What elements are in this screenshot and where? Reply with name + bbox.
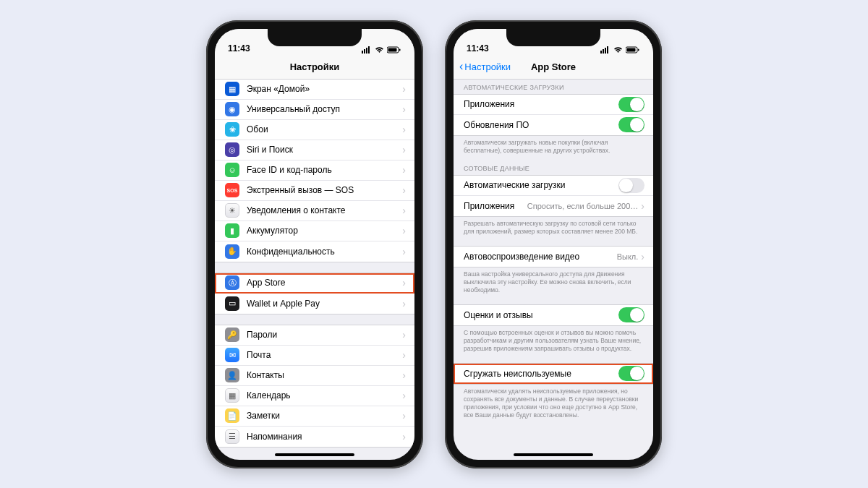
settings-row-wallpaper[interactable]: ❀Обои› — [215, 120, 414, 140]
settings-row-reminders[interactable]: ☰Напоминания› — [215, 427, 414, 447]
screen-left: 11:43 Настройки ▦Экран «Домой»›◉Универса… — [215, 29, 414, 460]
svg-rect-10 — [607, 46, 608, 53]
chevron-right-icon: › — [402, 390, 406, 401]
settings-row-faceid[interactable]: ☺Face ID и код-пароль› — [215, 160, 414, 181]
home-indicator — [514, 453, 593, 456]
battery-icon: ▮ — [225, 223, 239, 238]
toggle-switch[interactable] — [618, 307, 644, 322]
appstore-content[interactable]: АВТОМАТИЧЕСКИЕ ЗАГРУЗКИПриложенияОбновле… — [454, 80, 653, 460]
svg-rect-0 — [362, 51, 363, 53]
chevron-right-icon: › — [402, 83, 406, 95]
row-label: Оценки и отзывы — [464, 310, 618, 320]
row-label: Экстренный вызов — SOS — [247, 185, 402, 195]
settings-row-siri[interactable]: ◎Siri и Поиск› — [215, 140, 414, 160]
settings-row-sos[interactable]: SOSЭкстренный вызов — SOS› — [215, 181, 414, 201]
row-label: Напоминания — [247, 432, 402, 442]
toggle-switch[interactable] — [618, 366, 644, 381]
settings-group-2: ⒶApp Store›▭Wallet и Apple Pay› — [215, 273, 414, 314]
status-time: 11:43 — [467, 43, 489, 53]
settings-row-privacy[interactable]: ✋Конфиденциальность› — [215, 241, 414, 262]
section-footer: С помощью встроенных оценок и отзывов вы… — [454, 326, 653, 353]
section-section3: Автовоспроизведение видеоВыкл.›Ваша наст… — [454, 246, 653, 294]
chevron-right-icon: › — [402, 329, 406, 341]
row-label: Уведомления о контакте — [247, 205, 402, 215]
siri-icon: ◎ — [225, 142, 239, 157]
signal-icon — [600, 46, 610, 53]
wifi-icon — [613, 46, 623, 53]
row-value: Выкл. — [617, 252, 639, 261]
svg-rect-1 — [364, 49, 365, 53]
section-section5: Сгружать неиспользуемыеАвтоматически уда… — [454, 363, 653, 419]
setting-row[interactable]: Сгружать неиспользуемые — [454, 364, 653, 384]
row-label: Приложения — [464, 201, 527, 211]
toggle-switch[interactable] — [618, 178, 644, 193]
settings-row-wallet[interactable]: ▭Wallet и Apple Pay› — [215, 294, 414, 314]
privacy-icon: ✋ — [225, 244, 239, 259]
row-label: Сгружать неиспользуемые — [464, 369, 618, 379]
contacts-icon: 👤 — [225, 368, 239, 382]
settings-row-exposure[interactable]: ☀Уведомления о контакте› — [215, 201, 414, 221]
settings-row-home[interactable]: ▦Экран «Домой»› — [215, 80, 414, 100]
settings-row-calendar[interactable]: ▦Календарь› — [215, 386, 414, 406]
row-label: Календарь — [247, 390, 402, 401]
setting-row[interactable]: Приложения — [454, 95, 653, 115]
chevron-right-icon: › — [402, 246, 406, 257]
section-section4: Оценки и отзывыС помощью встроенных оцен… — [454, 304, 653, 353]
setting-row[interactable]: Автовоспроизведение видеоВыкл.› — [454, 247, 653, 267]
row-label: Face ID и код-пароль — [247, 165, 402, 175]
section-header: СОТОВЫЕ ДАННЫЕ — [454, 165, 653, 175]
settings-row-battery[interactable]: ▮Аккумулятор› — [215, 221, 414, 241]
settings-row-passwords[interactable]: 🔑Пароли› — [215, 325, 414, 346]
page-title: App Store — [531, 61, 576, 72]
svg-rect-9 — [605, 48, 606, 53]
phone-right: 11:43 ‹ Настройки App Store АВТОМАТИЧЕСК… — [445, 20, 662, 468]
settings-group-3: 🔑Пароли›✉Почта›👤Контакты›▦Календарь›📄Зам… — [215, 325, 414, 448]
section-section2: СОТОВЫЕ ДАННЫЕАвтоматические загрузкиПри… — [454, 165, 653, 236]
chevron-right-icon: › — [402, 369, 406, 381]
chevron-right-icon: › — [402, 205, 406, 216]
appstore-icon: Ⓐ — [225, 275, 239, 290]
chevron-right-icon: › — [402, 298, 406, 309]
mail-icon: ✉ — [225, 348, 239, 362]
reminders-icon: ☰ — [225, 429, 239, 444]
chevron-right-icon: › — [402, 410, 406, 421]
chevron-left-icon: ‹ — [459, 60, 463, 73]
setting-row[interactable]: ПриложенияСпросить, если больше 200…› — [454, 196, 653, 216]
row-label: Автоматические загрузки — [464, 180, 618, 190]
settings-row-appstore[interactable]: ⒶApp Store› — [215, 273, 414, 294]
status-time: 11:43 — [228, 43, 250, 53]
chevron-right-icon: › — [402, 124, 406, 135]
wifi-icon — [375, 46, 384, 53]
setting-row[interactable]: Автоматические загрузки — [454, 176, 653, 196]
home-icon: ▦ — [225, 82, 239, 96]
svg-rect-7 — [600, 51, 602, 53]
settings-row-contacts[interactable]: 👤Контакты› — [215, 366, 414, 386]
row-label: Аккумулятор — [247, 226, 402, 236]
nav-bar: ‹ Настройки App Store — [454, 55, 653, 80]
settings-row-notes[interactable]: 📄Заметки› — [215, 406, 414, 427]
row-label: App Store — [247, 278, 402, 288]
row-label: Автовоспроизведение видео — [464, 252, 617, 262]
settings-row-mail[interactable]: ✉Почта› — [215, 346, 414, 366]
screen-right: 11:43 ‹ Настройки App Store АВТОМАТИЧЕСК… — [454, 29, 653, 460]
chevron-right-icon: › — [402, 349, 406, 361]
back-button[interactable]: ‹ Настройки — [459, 60, 511, 73]
chevron-right-icon: › — [402, 184, 406, 196]
setting-row[interactable]: Оценки и отзывы — [454, 305, 653, 325]
svg-rect-5 — [388, 48, 397, 51]
accessibility-icon: ◉ — [225, 102, 239, 116]
settings-row-accessibility[interactable]: ◉Универсальный доступ› — [215, 100, 414, 120]
chevron-right-icon: › — [641, 251, 644, 262]
sos-icon: SOS — [225, 183, 239, 197]
section-footer: Разрешать автоматическую загрузку по сот… — [454, 217, 653, 236]
toggle-switch[interactable] — [618, 117, 644, 132]
section-footer: Автоматически удалять неиспользуемые при… — [454, 385, 653, 419]
chevron-right-icon: › — [402, 431, 406, 442]
section-section1: АВТОМАТИЧЕСКИЕ ЗАГРУЗКИПриложенияОбновле… — [454, 84, 653, 155]
page-title: Настройки — [290, 61, 340, 72]
back-label: Настройки — [464, 61, 511, 72]
svg-rect-6 — [399, 48, 401, 51]
setting-row[interactable]: Обновления ПО — [454, 115, 653, 135]
settings-content[interactable]: ▦Экран «Домой»›◉Универсальный доступ›❀Об… — [215, 80, 414, 460]
toggle-switch[interactable] — [618, 97, 644, 112]
